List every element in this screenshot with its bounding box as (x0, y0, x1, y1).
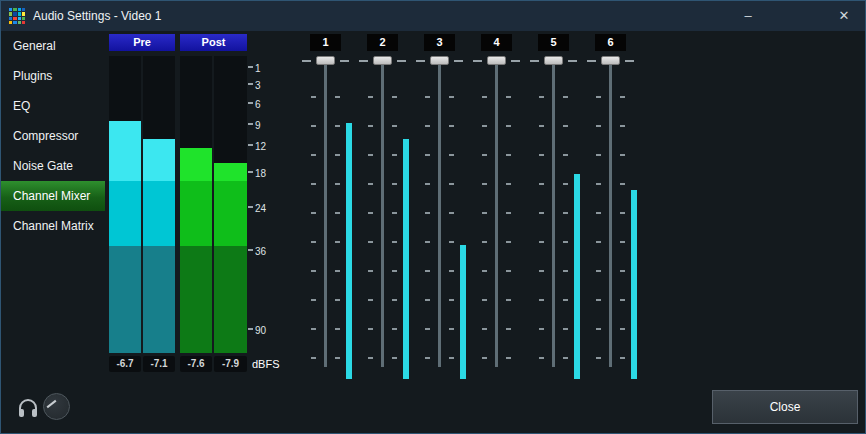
tick-line (248, 144, 253, 146)
vu-meter-post-right (214, 56, 247, 353)
channel-2-meter-fill (403, 139, 409, 379)
scale-label: 9 (255, 120, 261, 132)
channel-strip-1: 1 (297, 31, 354, 391)
channel-3-ticks-right (449, 96, 454, 368)
channel-4-ticks-right (506, 96, 511, 368)
scale-tick-36: 36 (248, 246, 266, 258)
title-bar: Audio Settings - Video 1 – ✕ (1, 1, 866, 31)
app-icon (9, 8, 25, 24)
sidebar-item-eq[interactable]: EQ (1, 91, 105, 121)
tick-line (248, 328, 253, 330)
slider-top-tick-left (359, 60, 368, 62)
channel-5-ticks-left (539, 96, 544, 368)
window-title: Audio Settings - Video 1 (33, 1, 162, 31)
channel-5-label: 5 (538, 34, 569, 51)
channel-3-slider-track[interactable] (438, 59, 441, 367)
channel-2-ticks-right (392, 96, 397, 368)
readout-post-left: -7.6 (180, 356, 212, 372)
sidebar-item-compressor[interactable]: Compressor (1, 121, 105, 151)
channel-3-meter (460, 59, 466, 379)
channel-4-meter (517, 59, 523, 379)
channel-3-meter-fill (460, 245, 466, 379)
sidebar-item-noise-gate[interactable]: Noise Gate (1, 151, 105, 181)
channel-2-slider-track[interactable] (381, 59, 384, 367)
channel-2-meter (403, 59, 409, 379)
channel-4-label: 4 (481, 34, 512, 51)
tick-line (248, 206, 253, 208)
readout-pre-left: -6.7 (109, 356, 141, 372)
slider-top-tick-left (302, 60, 311, 62)
channel-4-slider-handle[interactable] (487, 56, 506, 65)
audio-settings-window: Audio Settings - Video 1 – ✕ General Plu… (0, 0, 866, 434)
channel-6-slider-track[interactable] (609, 59, 612, 367)
channel-6-slider-handle[interactable] (601, 56, 620, 65)
channel-5-meter-fill (574, 174, 580, 379)
tick-line (248, 102, 253, 104)
channel-5-slider-handle[interactable] (544, 56, 563, 65)
channel-1-label: 1 (310, 34, 341, 51)
dbfs-unit-label: dBFS (252, 356, 280, 372)
readout-pre-right: -7.1 (143, 356, 175, 372)
tick-line (248, 171, 253, 173)
close-window-button[interactable]: ✕ (821, 1, 866, 31)
channel-5-slider-track[interactable] (552, 59, 555, 367)
channel-6-label: 6 (595, 34, 626, 51)
channel-1-ticks-left (311, 96, 316, 368)
scale-label: 6 (255, 99, 261, 111)
slider-top-tick-left (416, 60, 425, 62)
channel-2-label: 2 (367, 34, 398, 51)
scale-tick-9: 9 (248, 120, 261, 132)
readout-post-right: -7.9 (214, 356, 247, 372)
sidebar-item-general[interactable]: General (1, 31, 105, 61)
channel-strip-3: 3 (411, 31, 468, 391)
vu-cover-post-right (214, 56, 247, 163)
channel-4-slider-track[interactable] (495, 59, 498, 367)
channel-6-ticks-right (620, 96, 625, 368)
scale-tick-6: 6 (248, 99, 261, 111)
channel-1-slider-handle[interactable] (316, 56, 335, 65)
scale-label: 24 (255, 203, 266, 215)
vu-cover-pre-right (143, 56, 175, 139)
channel-3-ticks-left (425, 96, 430, 368)
scale-tick-24: 24 (248, 203, 266, 215)
vu-meter-pre-left (109, 56, 141, 353)
scale-tick-3: 3 (248, 80, 261, 92)
channel-strip-5: 5 (525, 31, 582, 391)
channel-1-meter-fill (346, 123, 352, 379)
close-button[interactable]: Close (712, 390, 858, 424)
vu-meter-post-left (180, 56, 212, 353)
tick-line (248, 83, 253, 85)
scale-label: 18 (255, 168, 266, 180)
slider-top-tick-left (587, 60, 596, 62)
channel-1-ticks-right (335, 96, 340, 368)
channel-2-ticks-left (368, 96, 373, 368)
tick-line (248, 249, 253, 251)
scale-tick-1: 1 (248, 63, 261, 75)
headphones-icon[interactable] (16, 396, 40, 420)
channel-3-slider-handle[interactable] (430, 56, 449, 65)
channel-strip-4: 4 (468, 31, 525, 391)
scale-label: 90 (255, 325, 266, 337)
scale-tick-12: 12 (248, 141, 266, 153)
channel-1-slider-track[interactable] (324, 59, 327, 367)
channel-1-meter (346, 59, 352, 379)
minimize-button[interactable]: – (725, 1, 771, 31)
channel-2-slider-handle[interactable] (373, 56, 392, 65)
slider-top-tick-left (530, 60, 539, 62)
sidebar-item-channel-mixer[interactable]: Channel Mixer (1, 181, 105, 211)
channel-3-label: 3 (424, 34, 455, 51)
tick-line (248, 66, 253, 68)
scale-label: 12 (255, 141, 266, 153)
slider-top-tick-left (473, 60, 482, 62)
sidebar-item-plugins[interactable]: Plugins (1, 61, 105, 91)
channel-5-meter (574, 59, 580, 379)
pre-meter-header: Pre (109, 34, 175, 51)
settings-sidebar: General Plugins EQ Compressor Noise Gate… (1, 31, 105, 433)
tick-line (248, 123, 253, 125)
channel-strip-6: 6 (582, 31, 639, 391)
scale-tick-90: 90 (248, 325, 266, 337)
vu-cover-pre-left (109, 56, 141, 121)
vu-cover-post-left (180, 56, 212, 148)
sidebar-item-channel-matrix[interactable]: Channel Matrix (1, 211, 105, 241)
headphones-volume-knob[interactable] (43, 393, 70, 420)
